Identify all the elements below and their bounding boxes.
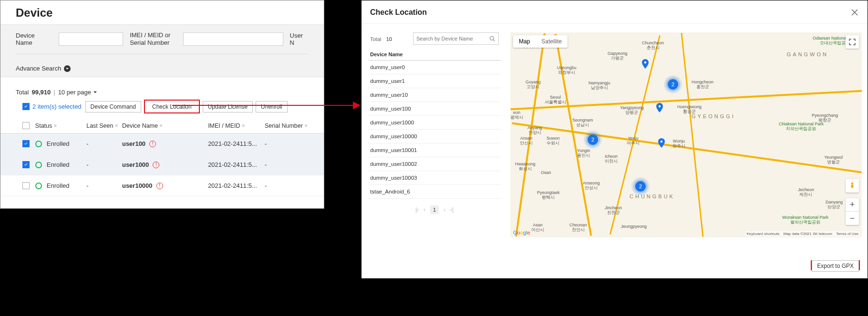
lastseen-cell: - — [86, 182, 122, 189]
warning-icon: ! — [149, 141, 156, 147]
warning-icon: ! — [153, 162, 159, 168]
list-header: Device Name — [368, 49, 501, 61]
filter-bar: Device Name IMEI / MEID or Serial Number… — [0, 24, 324, 77]
map-type-tabs: Map Satellite — [513, 35, 568, 48]
devicename-cell: user100 — [122, 140, 145, 147]
list-item[interactable]: dummy_user10 — [368, 88, 501, 102]
check-location-button[interactable]: Check Location — [149, 102, 195, 111]
lastseen-cell: - — [86, 161, 122, 168]
filter-devicename-input[interactable] — [59, 32, 123, 46]
perpage-label: 10 per page — [58, 89, 91, 96]
list-item[interactable]: dummy_user10003 — [368, 171, 501, 185]
map-kb-link[interactable]: Keyboard shortcuts — [747, 232, 780, 236]
perpage-select[interactable]: 10 per page — [58, 89, 97, 96]
selected-count: 2 item(s) selected — [32, 103, 82, 110]
select-all-checkbox[interactable] — [22, 103, 30, 110]
zoom-out-button[interactable]: − — [846, 212, 859, 225]
close-button[interactable] — [850, 8, 859, 17]
table-row[interactable]: Enrolled-user1000!2021-02-2411:5...- — [0, 154, 324, 175]
fullscreen-button[interactable] — [846, 35, 859, 49]
status-icon — [35, 162, 42, 168]
devicename-cell: user10000 — [122, 182, 153, 189]
list-item[interactable]: dummy_user1000 — [368, 116, 501, 130]
check-location-highlight: Check Location — [144, 100, 200, 113]
col-lastseen[interactable]: Last Seen — [86, 122, 113, 129]
total-label: Total — [16, 89, 29, 96]
region-gyeonggi: GYEONGGI — [692, 113, 735, 119]
svg-point-0 — [644, 61, 647, 64]
list-item[interactable]: dummy_user10000 — [368, 130, 501, 143]
filter-user-label: User N — [290, 32, 309, 46]
list-item[interactable]: tstae_Android_6 — [368, 185, 501, 199]
sort-icon: ≡ — [54, 123, 55, 128]
map-cluster[interactable]: 2 — [668, 79, 678, 90]
row-checkbox[interactable] — [22, 140, 30, 147]
table-body: Enrolled-user100!2021-02-2411:5...-Enrol… — [0, 133, 324, 196]
col-devicename[interactable]: Device Name — [122, 122, 158, 129]
imei-cell: 2021-02-2411:5... — [208, 140, 265, 147]
table-summary: Total 99,910 | 10 per page — [0, 77, 324, 96]
side-total-label: Total — [370, 36, 381, 42]
col-imei[interactable]: IMEI / MEID — [208, 122, 240, 129]
list-item[interactable]: dummy_user100 — [368, 102, 501, 116]
advance-search-label: Advance Search — [16, 65, 61, 72]
filter-imei-input[interactable] — [183, 32, 283, 46]
devicename-cell: user1000 — [122, 161, 149, 168]
col-serial[interactable]: Serial Number — [265, 122, 303, 129]
advance-search-toggle[interactable]: Advance Search — [16, 54, 309, 72]
map-terms-link[interactable]: Terms of Use — [836, 232, 858, 236]
header-checkbox[interactable] — [22, 122, 30, 129]
map-pin[interactable] — [658, 138, 665, 145]
side-total-value: 10 — [386, 36, 392, 42]
map-cluster[interactable]: 2 — [635, 181, 646, 192]
serial-cell: - — [265, 140, 309, 147]
map-cluster[interactable]: 2 — [588, 134, 598, 145]
col-status[interactable]: Status — [35, 122, 52, 129]
page-title: Device — [0, 0, 324, 24]
imei-cell: 2021-02-2411:5... — [208, 161, 265, 168]
chevron-down-icon — [64, 65, 71, 72]
page-next[interactable]: › — [444, 206, 445, 213]
status-icon — [35, 183, 42, 189]
pagination: |‹ ‹ 1 › ›| — [368, 199, 501, 221]
zoom-in-button[interactable]: + — [846, 198, 859, 212]
row-checkbox[interactable] — [22, 161, 30, 168]
map-footer: Keyboard shortcuts Map data ©2021 SK tel… — [745, 231, 860, 236]
pegman-button[interactable] — [846, 179, 859, 193]
serial-cell: - — [265, 182, 309, 189]
region-gangwon: GANGWON — [787, 51, 828, 57]
map-tab-satellite[interactable]: Satellite — [536, 35, 568, 48]
map-pin[interactable] — [656, 103, 663, 110]
table-row[interactable]: Enrolled-user10000!2021-02-2411:5...- — [0, 175, 324, 196]
list-item[interactable]: dummy_user0 — [368, 61, 501, 74]
lastseen-cell: - — [86, 140, 122, 147]
check-location-dialog: Check Location Total 10 Device Name dumm… — [361, 0, 868, 279]
row-checkbox[interactable] — [22, 182, 30, 189]
table-header: Status≡ Last Seen≡ Device Name≡ IMEI / M… — [0, 118, 324, 133]
status-text: Enrolled — [47, 161, 70, 168]
map-tab-map[interactable]: Map — [513, 35, 536, 48]
unenroll-button[interactable]: Unenroll — [256, 101, 288, 112]
device-search-input[interactable] — [416, 36, 489, 41]
list-item[interactable]: dummy_user10002 — [368, 157, 501, 171]
page-current[interactable]: 1 — [430, 205, 439, 214]
device-panel: Device Device Name IMEI / MEID or Serial… — [0, 0, 324, 209]
map-pin[interactable] — [642, 59, 649, 66]
page-last[interactable]: ›| — [450, 206, 454, 213]
export-gpx-button[interactable]: Export to GPX — [812, 260, 859, 272]
page-prev[interactable]: ‹ — [424, 206, 425, 213]
warning-icon: ! — [156, 183, 163, 189]
action-bar: 2 item(s) selected Device Command Check … — [0, 96, 324, 118]
device-search[interactable] — [413, 32, 499, 45]
dialog-title: Check Location — [370, 8, 427, 17]
update-license-button[interactable]: Update License — [203, 101, 253, 112]
svg-point-1 — [659, 105, 661, 108]
page-first[interactable]: |‹ — [415, 206, 419, 213]
table-row[interactable]: Enrolled-user100!2021-02-2411:5...- — [0, 133, 324, 154]
region-chungbuk: CHUNGBUK — [630, 194, 675, 199]
device-command-button[interactable]: Device Command — [85, 101, 141, 112]
map-canvas[interactable]: GANGWON GYEONGGI CHUNGBUK Seoul서울특별시 eon… — [510, 32, 862, 237]
list-item[interactable]: dummy_user10001 — [368, 143, 501, 157]
list-item[interactable]: dummy_user1 — [368, 74, 501, 88]
device-list-sidebar: Total 10 Device Name dummy_user0dummy_us… — [368, 32, 501, 237]
